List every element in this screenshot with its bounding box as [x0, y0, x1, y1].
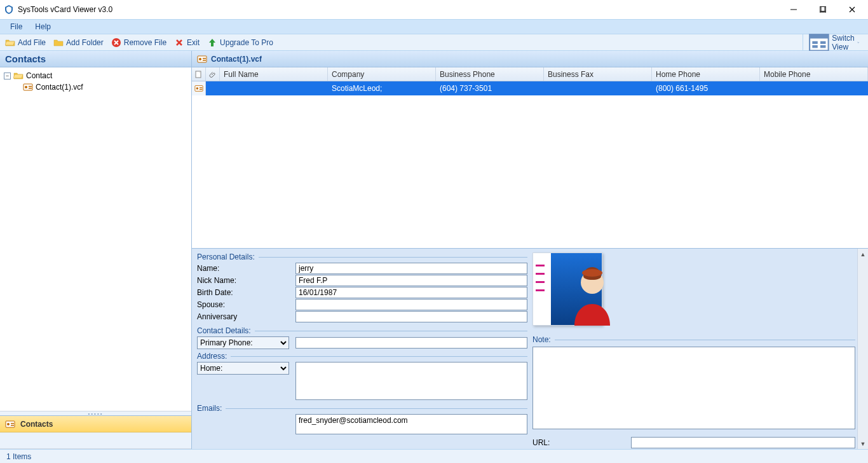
titlebar: SysTools vCard Viewer v3.0 — [0, 0, 868, 19]
person-icon — [565, 262, 620, 326]
chevron-down-icon — [857, 40, 859, 45]
remove-file-button[interactable]: Remove File — [107, 36, 170, 49]
tree[interactable]: − Contact Contact(1).vcf — [0, 67, 191, 411]
maximize-button[interactable] — [808, 0, 837, 19]
tree-item-label: Contact(1).vcf — [36, 83, 83, 92]
col-attachment[interactable] — [206, 67, 220, 81]
statusbar: 1 Items — [0, 449, 868, 463]
remove-file-label: Remove File — [124, 38, 166, 47]
section-contact: Contact Details: — [197, 326, 251, 335]
upgrade-button[interactable]: Upgrade To Pro — [203, 36, 277, 49]
spouse-label: Spouse: — [197, 300, 295, 309]
page-icon — [195, 71, 203, 78]
address-type-select[interactable]: Home: — [197, 362, 289, 375]
url-label: URL: — [532, 438, 631, 447]
add-folder-button[interactable]: Add Folder — [50, 36, 107, 49]
contact-photo — [532, 252, 602, 326]
minimize-button[interactable] — [779, 0, 808, 19]
menu-file[interactable]: File — [4, 21, 29, 32]
url-field[interactable] — [631, 437, 855, 448]
section-personal: Personal Details: — [197, 252, 255, 261]
nav-contacts[interactable]: Contacts — [0, 416, 191, 432]
anniv-label: Anniversary — [197, 312, 295, 321]
close-button[interactable] — [837, 0, 867, 19]
svg-rect-28 — [199, 89, 201, 90]
svg-point-26 — [196, 87, 198, 90]
section-address: Address: — [197, 352, 227, 361]
col-home-phone[interactable]: Home Phone — [652, 67, 760, 81]
switch-view-label: Switch View — [832, 34, 854, 52]
scroll-up-icon[interactable]: ▲ — [858, 249, 868, 259]
col-icon[interactable] — [192, 67, 206, 81]
row-mobile-phone — [760, 81, 868, 95]
note-field[interactable] — [532, 347, 855, 429]
col-business-phone[interactable]: Business Phone — [436, 67, 544, 81]
primary-phone-field[interactable] — [295, 337, 527, 349]
table-row[interactable]: ScotiaMcLeod; (604) 737-3501 (800) 661-1… — [192, 81, 868, 95]
address-field[interactable] — [295, 362, 527, 400]
col-company[interactable]: Company — [328, 67, 436, 81]
col-mobile-phone[interactable]: Mobile Phone — [760, 67, 868, 81]
name-field[interactable] — [295, 263, 527, 274]
row-business-phone: (604) 737-3501 — [436, 81, 544, 95]
birth-field[interactable] — [295, 287, 527, 298]
exit-icon — [174, 38, 184, 48]
nick-label: Nick Name: — [197, 276, 295, 285]
grid-body: ScotiaMcLeod; (604) 737-3501 (800) 661-1… — [192, 81, 868, 95]
row-icon — [192, 81, 206, 95]
tree-root[interactable]: − Contact — [1, 70, 190, 81]
nav-pad — [0, 432, 191, 449]
remove-icon — [111, 38, 121, 48]
folder-open-icon — [13, 71, 24, 81]
folder-open-icon — [5, 38, 15, 48]
collapse-icon[interactable]: − — [4, 73, 11, 79]
col-business-fax[interactable]: Business Fax — [544, 67, 652, 81]
svg-rect-0 — [790, 10, 797, 10]
svg-rect-19 — [11, 425, 14, 426]
add-file-label: Add File — [18, 38, 46, 47]
svg-point-13 — [25, 86, 27, 88]
svg-point-30 — [582, 269, 602, 277]
nav-contacts-label: Contacts — [20, 420, 53, 429]
section-emails: Emails: — [197, 404, 222, 413]
contacts-icon — [5, 419, 15, 429]
scroll-down-icon[interactable]: ▼ — [858, 438, 868, 449]
spouse-field[interactable] — [295, 299, 527, 310]
svg-rect-23 — [203, 60, 206, 61]
tree-item[interactable]: Contact(1).vcf — [1, 81, 190, 93]
menu-help[interactable]: Help — [29, 21, 57, 32]
window-title: SysTools vCard Viewer v3.0 — [18, 5, 112, 14]
svg-rect-14 — [29, 86, 32, 87]
upgrade-icon — [207, 38, 217, 48]
anniv-field[interactable] — [295, 311, 527, 322]
svg-point-21 — [199, 58, 201, 60]
paperclip-icon — [209, 71, 217, 78]
add-folder-label: Add Folder — [66, 38, 104, 47]
svg-point-17 — [7, 423, 10, 425]
svg-rect-18 — [11, 423, 14, 424]
nav-group: Contacts — [0, 415, 191, 449]
svg-rect-8 — [812, 41, 817, 43]
add-file-button[interactable]: Add File — [1, 36, 50, 49]
birth-label: Birth Date: — [197, 288, 295, 297]
col-full-name[interactable]: Full Name — [220, 67, 328, 81]
folder-icon — [53, 38, 64, 48]
sidebar-header: Contacts — [0, 51, 191, 67]
sidebar: Contacts − Contact Contact(1).vcf ••••• … — [0, 51, 192, 449]
body: Contacts − Contact Contact(1).vcf ••••• … — [0, 51, 868, 449]
svg-rect-10 — [820, 41, 825, 43]
row-full-name — [220, 81, 328, 95]
nick-field[interactable] — [295, 275, 527, 286]
emails-field[interactable] — [295, 414, 527, 434]
primary-phone-select[interactable]: Primary Phone: — [197, 336, 289, 349]
row-business-fax — [544, 81, 652, 95]
exit-label: Exit — [187, 38, 200, 47]
details-scrollbar[interactable]: ▲ ▼ — [857, 249, 868, 449]
main-header-title: Contact(1).vcf — [211, 55, 262, 64]
exit-button[interactable]: Exit — [170, 36, 203, 49]
main: Contact(1).vcf Full Name Company Busines… — [192, 51, 868, 449]
switch-view-dropdown[interactable]: Switch View — [803, 34, 864, 50]
name-label: Name: — [197, 264, 295, 273]
svg-rect-11 — [820, 45, 825, 48]
status-items: 1 Items — [6, 452, 31, 461]
